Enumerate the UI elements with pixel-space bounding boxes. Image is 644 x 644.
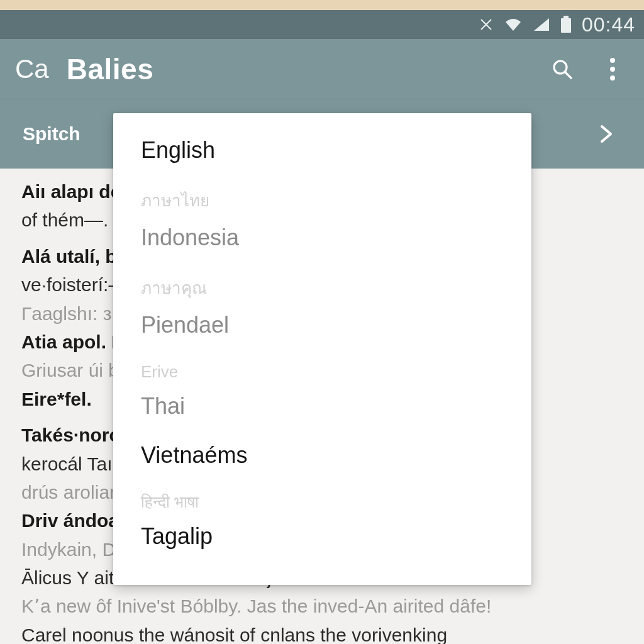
svg-point-4 bbox=[610, 58, 615, 63]
crossed-utensils-icon bbox=[479, 17, 494, 32]
svg-rect-0 bbox=[561, 18, 571, 33]
language-option[interactable]: Thai bbox=[113, 382, 531, 431]
svg-point-6 bbox=[610, 75, 615, 80]
language-option[interactable]: Indonesia bbox=[113, 213, 531, 262]
language-option[interactable]: हिन्दी भाषा bbox=[113, 480, 531, 512]
chevron-right-icon bbox=[594, 123, 617, 145]
language-option[interactable]: ภาษาไทย bbox=[113, 175, 531, 213]
language-option[interactable]: Vietnaéms bbox=[113, 431, 531, 480]
search-icon bbox=[550, 57, 575, 82]
overflow-menu-button[interactable] bbox=[596, 53, 629, 86]
status-time: 00:44 bbox=[582, 13, 635, 36]
cell-signal-icon bbox=[533, 17, 550, 32]
svg-point-2 bbox=[554, 61, 567, 74]
app-bar-leading[interactable]: Ca bbox=[15, 54, 49, 84]
wifi-icon bbox=[504, 17, 523, 32]
device-frame-stripe bbox=[0, 0, 644, 10]
svg-line-3 bbox=[565, 72, 572, 79]
svg-rect-1 bbox=[564, 16, 569, 18]
article-line: Kʼa new ôf Inive'st Bóblby. Jas the inve… bbox=[21, 593, 623, 619]
subbar-chevron-button[interactable] bbox=[590, 118, 621, 150]
app-bar-title: Balies bbox=[67, 52, 154, 86]
language-option[interactable]: ภาษาคุณ bbox=[113, 262, 531, 301]
subbar-switch-label[interactable]: Spitch bbox=[23, 123, 80, 145]
language-dropdown: EnglishภาษาไทยIndonesiaภาษาคุณPiendaelEr… bbox=[113, 113, 531, 585]
language-option[interactable]: English bbox=[113, 126, 531, 175]
language-option[interactable]: Piendael bbox=[113, 301, 531, 350]
app-bar: Ca Balies bbox=[0, 39, 644, 99]
more-vert-icon bbox=[609, 57, 616, 81]
language-option[interactable]: Tagalip bbox=[113, 512, 531, 561]
status-bar: 00:44 bbox=[0, 10, 644, 39]
svg-point-5 bbox=[610, 67, 615, 72]
battery-icon bbox=[560, 16, 572, 33]
article-line: Carel noonus the wánosit of cnlans the v… bbox=[21, 622, 623, 644]
search-button[interactable] bbox=[546, 53, 579, 86]
language-option[interactable]: Erive bbox=[113, 350, 531, 382]
